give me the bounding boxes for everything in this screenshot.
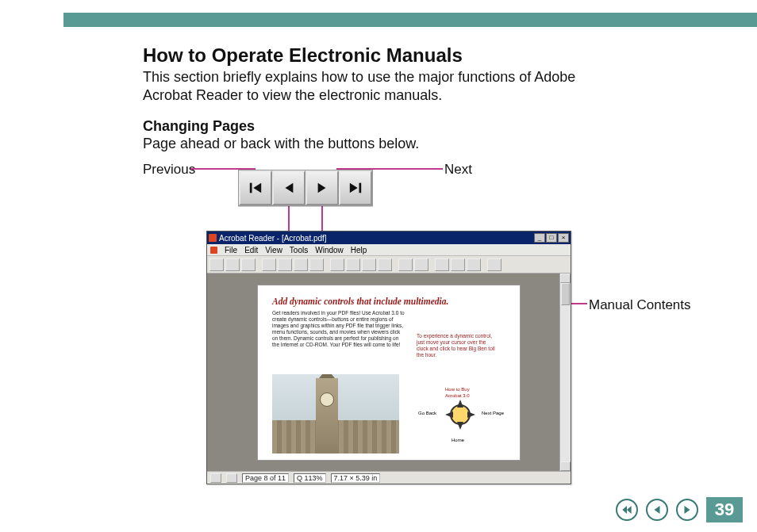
svg-marker-10 (622, 506, 627, 514)
section-desc: Page ahead or back with the buttons belo… (143, 136, 709, 152)
previous-page-icon (282, 181, 296, 195)
label-next: Next (444, 162, 472, 178)
toolbar-last-page[interactable] (378, 258, 392, 271)
toolbar (207, 256, 571, 274)
svg-marker-2 (286, 183, 294, 193)
menu-bar: File Edit View Tools Window Help (207, 244, 571, 256)
first-page-button[interactable] (239, 170, 272, 205)
toolbar-hand-tool[interactable] (278, 258, 292, 271)
toolbar-button[interactable] (225, 258, 240, 271)
document-page: Add dynamic controls that include multim… (258, 285, 520, 460)
page-title: How to Operate Electronic Manuals (143, 44, 709, 67)
toolbar-actual-size[interactable] (435, 258, 449, 271)
svg-rect-5 (359, 183, 362, 193)
status-size: 7.17 × 5.39 in (331, 473, 381, 483)
svg-marker-1 (253, 183, 261, 193)
status-bar: Page 8 of 11 Q 113% 7.17 × 5.39 in (207, 471, 571, 484)
page-nav-button-group (238, 170, 373, 206)
intro-text: This section briefly explains how to use… (143, 68, 587, 104)
svg-marker-6 (457, 400, 463, 408)
last-page-icon (348, 181, 363, 195)
compass-nav[interactable]: How to Buy Acrobat 3.0 Go Back Next Page… (432, 387, 488, 442)
footer-rewind-button[interactable] (616, 499, 638, 521)
menu-item-window[interactable]: Window (315, 246, 344, 255)
svg-marker-11 (627, 506, 632, 514)
label-manual-contents: Manual Contents (589, 297, 691, 313)
toolbar-select-tool[interactable] (309, 258, 324, 271)
status-page: Page 8 of 11 (242, 473, 289, 483)
menu-item-view[interactable]: View (265, 246, 282, 255)
section-title: Changing Pages (143, 118, 709, 135)
page-content: How to Operate Electronic Manuals This s… (143, 44, 709, 506)
svg-marker-9 (467, 411, 475, 418)
doc-heading: Add dynamic controls that include multim… (272, 297, 505, 306)
toolbar-button[interactable] (262, 258, 276, 271)
toolbar-button[interactable] (209, 258, 224, 271)
diagram-area: Previous Next Manual Contents (143, 157, 709, 506)
toolbar-first-page[interactable] (330, 258, 344, 271)
menu-item-help[interactable]: Help (351, 246, 367, 255)
window-titlebar: Acrobat Reader - [Acrobat.pdf] _ □ × (207, 232, 571, 244)
next-page-button[interactable] (305, 170, 339, 205)
svg-marker-13 (685, 506, 690, 514)
maximize-button[interactable]: □ (546, 233, 557, 243)
menu-item-file[interactable]: File (225, 246, 237, 255)
vertical-scrollbar[interactable] (559, 274, 571, 471)
toolbar-go-forward[interactable] (414, 258, 428, 271)
toolbar-fit-width[interactable] (467, 258, 481, 271)
acrobat-window: Acrobat Reader - [Acrobat.pdf] _ □ × Fil… (206, 231, 571, 484)
scroll-down-button[interactable] (560, 461, 571, 471)
svg-marker-7 (457, 422, 463, 430)
svg-marker-12 (655, 506, 660, 514)
status-nav-button[interactable] (226, 473, 237, 483)
connector-line (389, 168, 443, 170)
scroll-thumb[interactable] (561, 283, 570, 305)
next-icon (682, 504, 693, 515)
close-button[interactable]: × (558, 233, 569, 243)
svg-marker-3 (318, 183, 326, 193)
toolbar-next-page[interactable] (362, 258, 376, 271)
prev-icon (651, 504, 663, 515)
first-page-icon (248, 181, 263, 195)
bigben-illustration (272, 374, 399, 454)
toolbar-fit-page[interactable] (451, 258, 465, 271)
header-accent-bar (63, 13, 757, 27)
toolbar-find[interactable] (487, 258, 501, 271)
status-nav-button[interactable] (210, 473, 221, 483)
next-page-icon (315, 181, 329, 195)
rewind-icon (621, 504, 632, 515)
footer-nav: 39 (616, 497, 743, 522)
doc-icon (210, 247, 217, 254)
window-title: Acrobat Reader - [Acrobat.pdf] (219, 234, 327, 243)
svg-marker-4 (350, 183, 358, 193)
svg-marker-8 (445, 411, 453, 418)
acrobat-app-icon (209, 234, 217, 242)
footer-next-button[interactable] (676, 499, 698, 521)
scroll-up-button[interactable] (560, 274, 571, 283)
toolbar-button[interactable] (241, 258, 256, 271)
toolbar-prev-page[interactable] (346, 258, 360, 271)
menu-item-edit[interactable]: Edit (244, 246, 258, 255)
window-controls: _ □ × (534, 233, 569, 243)
minimize-button[interactable]: _ (534, 233, 545, 243)
last-page-button[interactable] (339, 170, 372, 205)
toolbar-zoom-tool[interactable] (294, 258, 308, 271)
compass-arrows-icon (432, 387, 488, 442)
svg-rect-0 (250, 183, 252, 193)
doc-body-text: Get readers involved in your PDF files! … (272, 310, 407, 349)
previous-page-button[interactable] (272, 170, 305, 205)
footer-prev-button[interactable] (646, 499, 668, 521)
status-zoom: Q 113% (294, 473, 326, 483)
page-number-badge: 39 (706, 497, 743, 522)
document-area: Add dynamic controls that include multim… (207, 274, 571, 471)
doc-body-callout: To experience a dynamic control, just mo… (417, 333, 496, 359)
label-previous: Previous (143, 162, 195, 178)
toolbar-go-back[interactable] (398, 258, 413, 271)
menu-item-tools[interactable]: Tools (290, 246, 308, 255)
